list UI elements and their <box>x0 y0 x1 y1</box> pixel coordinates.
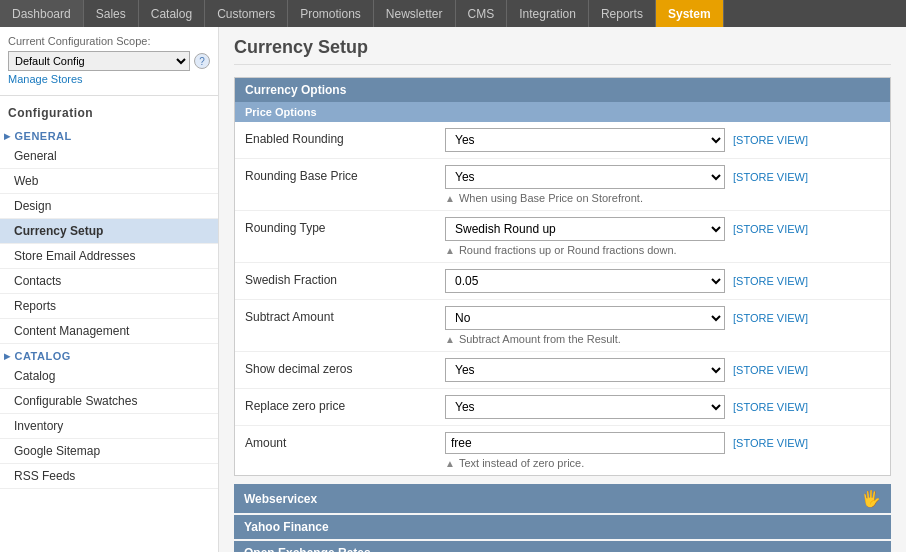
main-content: Currency Setup Currency Options Price Op… <box>219 27 906 552</box>
scope-help-icon[interactable]: ? <box>194 53 210 69</box>
field-amount: Amount [STORE VIEW] ▲ Text instead of ze… <box>235 426 890 475</box>
sidebar-item-design[interactable]: Design <box>0 194 218 219</box>
hand-icon: 🖐 <box>861 489 881 508</box>
label-subtract-amount: Subtract Amount <box>245 306 445 324</box>
nav-reports[interactable]: Reports <box>589 0 656 27</box>
nav-cms[interactable]: CMS <box>456 0 508 27</box>
field-replace-zero-price: Replace zero price YesNo [STORE VIEW] <box>235 389 890 426</box>
select-enabled-rounding[interactable]: YesNo <box>445 128 725 152</box>
hint-text-rounding-base-price: When using Base Price on Storefront. <box>459 192 643 204</box>
hint-triangle-3: ▲ <box>445 334 455 345</box>
sidebar-item-google-sitemap[interactable]: Google Sitemap <box>0 439 218 464</box>
general-group-title[interactable]: GENERAL <box>0 124 218 144</box>
sidebar-item-web[interactable]: Web <box>0 169 218 194</box>
store-view-rounding-base-price[interactable]: [STORE VIEW] <box>733 171 808 183</box>
label-replace-zero-price: Replace zero price <box>245 395 445 413</box>
scope-label: Current Configuration Scope: <box>8 35 210 47</box>
section-open-exchange-rates-label: Open Exchange Rates <box>244 546 371 552</box>
store-view-rounding-type[interactable]: [STORE VIEW] <box>733 223 808 235</box>
nav-system[interactable]: System <box>656 0 724 27</box>
section-webservicex[interactable]: Webservicex 🖐 <box>234 484 891 513</box>
select-replace-zero-price[interactable]: YesNo <box>445 395 725 419</box>
select-rounding-base-price[interactable]: YesNo <box>445 165 725 189</box>
page-title: Currency Setup <box>234 37 891 65</box>
section-open-exchange-rates[interactable]: Open Exchange Rates <box>234 541 891 552</box>
scope-select[interactable]: Default Config <box>8 51 190 71</box>
nav-sales[interactable]: Sales <box>84 0 139 27</box>
price-options-subheader: Price Options <box>235 102 890 122</box>
configuration-title: Configuration <box>0 96 218 124</box>
hint-triangle-4: ▲ <box>445 458 455 469</box>
sidebar-item-contacts[interactable]: Contacts <box>0 269 218 294</box>
select-rounding-type[interactable]: Swedish Round up Round fractions up Roun… <box>445 217 725 241</box>
select-swedish-fraction[interactable]: 0.050.100.250.50 <box>445 269 725 293</box>
section-yahoo-finance-label: Yahoo Finance <box>244 520 329 534</box>
sidebar-item-reports[interactable]: Reports <box>0 294 218 319</box>
select-show-decimal-zeros[interactable]: YesNo <box>445 358 725 382</box>
sidebar: Current Configuration Scope: Default Con… <box>0 27 219 552</box>
store-view-show-decimal-zeros[interactable]: [STORE VIEW] <box>733 364 808 376</box>
manage-stores-link[interactable]: Manage Stores <box>8 71 210 87</box>
nav-catalog[interactable]: Catalog <box>139 0 205 27</box>
field-enabled-rounding: Enabled Rounding YesNo [STORE VIEW] <box>235 122 890 159</box>
label-rounding-base-price: Rounding Base Price <box>245 165 445 183</box>
currency-options-section: Currency Options Price Options Enabled R… <box>234 77 891 476</box>
input-amount[interactable] <box>445 432 725 454</box>
store-view-replace-zero-price[interactable]: [STORE VIEW] <box>733 401 808 413</box>
store-view-enabled-rounding[interactable]: [STORE VIEW] <box>733 134 808 146</box>
section-yahoo-finance[interactable]: Yahoo Finance <box>234 515 891 539</box>
select-subtract-amount[interactable]: NoYes <box>445 306 725 330</box>
field-rounding-type: Rounding Type Swedish Round up Round fra… <box>235 211 890 263</box>
sidebar-item-currency-setup[interactable]: Currency Setup <box>0 219 218 244</box>
nav-integration[interactable]: Integration <box>507 0 589 27</box>
currency-options-header: Currency Options <box>235 78 890 102</box>
hint-text-subtract-amount: Subtract Amount from the Result. <box>459 333 621 345</box>
label-amount: Amount <box>245 432 445 450</box>
label-rounding-type: Rounding Type <box>245 217 445 235</box>
store-view-subtract-amount[interactable]: [STORE VIEW] <box>733 312 808 324</box>
hint-text-amount: Text instead of zero price. <box>459 457 584 469</box>
nav-dashboard[interactable]: Dashboard <box>0 0 84 27</box>
field-swedish-fraction: Swedish Fraction 0.050.100.250.50 [STORE… <box>235 263 890 300</box>
sidebar-item-rss-feeds[interactable]: RSS Feeds <box>0 464 218 489</box>
label-show-decimal-zeros: Show decimal zeros <box>245 358 445 376</box>
field-rounding-base-price: Rounding Base Price YesNo [STORE VIEW] ▲… <box>235 159 890 211</box>
sidebar-item-catalog[interactable]: Catalog <box>0 364 218 389</box>
field-show-decimal-zeros: Show decimal zeros YesNo [STORE VIEW] <box>235 352 890 389</box>
scope-section: Current Configuration Scope: Default Con… <box>0 27 218 96</box>
hint-triangle-2: ▲ <box>445 245 455 256</box>
catalog-group-title[interactable]: CATALOG <box>0 344 218 364</box>
sidebar-item-content-management[interactable]: Content Management <box>0 319 218 344</box>
top-navigation: Dashboard Sales Catalog Customers Promot… <box>0 0 906 27</box>
field-subtract-amount: Subtract Amount NoYes [STORE VIEW] ▲ Sub… <box>235 300 890 352</box>
sidebar-item-store-email[interactable]: Store Email Addresses <box>0 244 218 269</box>
nav-customers[interactable]: Customers <box>205 0 288 27</box>
hint-text-rounding-type: Round fractions up or Round fractions do… <box>459 244 677 256</box>
sidebar-item-inventory[interactable]: Inventory <box>0 414 218 439</box>
section-webservicex-label: Webservicex <box>244 492 317 506</box>
sidebar-item-configurable-swatches[interactable]: Configurable Swatches <box>0 389 218 414</box>
nav-promotions[interactable]: Promotions <box>288 0 374 27</box>
sidebar-item-general[interactable]: General <box>0 144 218 169</box>
store-view-swedish-fraction[interactable]: [STORE VIEW] <box>733 275 808 287</box>
nav-newsletter[interactable]: Newsletter <box>374 0 456 27</box>
store-view-amount[interactable]: [STORE VIEW] <box>733 437 808 449</box>
label-enabled-rounding: Enabled Rounding <box>245 128 445 146</box>
hint-triangle-1: ▲ <box>445 193 455 204</box>
label-swedish-fraction: Swedish Fraction <box>245 269 445 287</box>
